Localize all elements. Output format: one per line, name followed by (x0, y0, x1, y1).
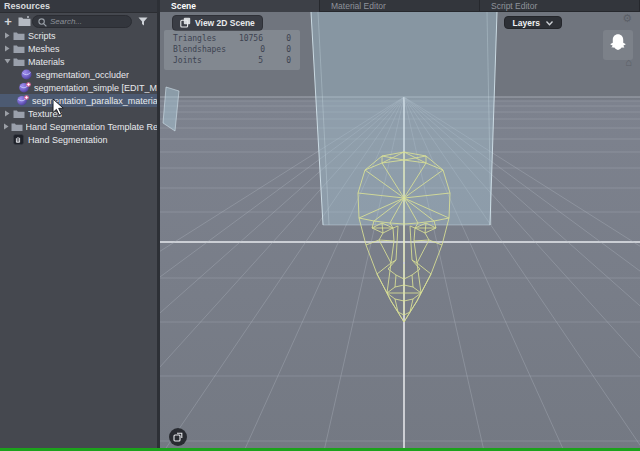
folder-icon (12, 31, 25, 41)
tree-item-hand-segmentation-template[interactable]: Hand Segmentation Template Resour... (0, 120, 157, 133)
overlapping-squares-icon (173, 428, 183, 446)
tree-item-textures[interactable]: Textures (0, 107, 157, 120)
tree-item-segmentation-parallax-material[interactable]: segmentation_parallax_material [E... (0, 94, 157, 107)
stat-blendshapes: Blendshapes 0 0 (164, 44, 300, 55)
resources-panel: Resources + (0, 0, 157, 451)
tree-item-materials[interactable]: Materials (0, 55, 157, 68)
mouse-cursor (52, 98, 65, 120)
search-field[interactable] (32, 15, 132, 28)
scene-2d-toggle-button[interactable] (169, 428, 187, 446)
chevron-right-icon[interactable] (3, 45, 12, 52)
tab-scene[interactable]: Scene (160, 0, 320, 12)
tree-item-meshes[interactable]: Meshes (0, 42, 157, 55)
chevron-down-icon (546, 18, 553, 28)
chevron-right-icon[interactable] (3, 123, 11, 130)
tree-item-segmentation-simple[interactable]: segmentation_simple [EDIT_ME] (0, 81, 157, 94)
chevron-down-icon[interactable] (3, 59, 12, 64)
chevron-right-icon[interactable] (3, 110, 12, 117)
stat-triangles: Triangles 10756 0 (164, 33, 300, 44)
folder-icon (12, 57, 25, 67)
resources-tree: Scripts Meshes Materials segmen (0, 29, 157, 146)
editor-tab-bar: Scene Material Editor Script Editor (160, 0, 640, 12)
folder-icon (11, 122, 23, 132)
resources-title: Resources (0, 0, 157, 13)
resources-toolbar: + (0, 13, 157, 30)
scene-stats-panel: Triangles 10756 0 Blendshapes 0 0 Joints… (164, 30, 300, 70)
panel-splitter[interactable] (157, 0, 160, 451)
tab-material-editor[interactable]: Material Editor (320, 0, 480, 12)
tab-script-editor[interactable]: Script Editor (480, 0, 640, 12)
home-icon[interactable]: ⌂ (625, 56, 632, 68)
view-2d-scene-button[interactable]: View 2D Scene (172, 15, 263, 31)
tree-item-hand-segmentation[interactable]: Hand Segmentation (0, 133, 157, 146)
search-input[interactable] (50, 17, 126, 26)
chevron-right-icon[interactable] (3, 32, 12, 39)
view-2d-icon (180, 17, 191, 30)
tree-item-segmentation-occluder[interactable]: segmentation_occluder (0, 68, 157, 81)
stat-joints: Joints 5 0 (164, 55, 300, 66)
folder-icon (12, 109, 25, 119)
tree-item-scripts[interactable]: Scripts (0, 29, 157, 42)
gear-icon[interactable]: ⚙ (622, 12, 632, 24)
filter-button[interactable] (138, 17, 148, 26)
resources-header: Resources (0, 0, 157, 13)
hand-segmentation-icon (12, 134, 25, 145)
layers-dropdown[interactable]: Layers (504, 16, 562, 29)
add-resource-button[interactable]: + (0, 14, 16, 30)
search-icon (38, 13, 47, 31)
material-sphere-icon (19, 82, 31, 93)
scene-viewport[interactable]: View 2D Scene Triangles 10756 0 Blendsha… (160, 12, 640, 451)
main-area: Scene Material Editor Script Editor (160, 0, 640, 451)
material-sphere-icon (17, 95, 29, 106)
add-folder-button[interactable] (16, 16, 32, 27)
snapchat-ghost-icon (607, 32, 629, 58)
folder-icon (12, 44, 25, 54)
material-sphere-icon (20, 69, 33, 80)
